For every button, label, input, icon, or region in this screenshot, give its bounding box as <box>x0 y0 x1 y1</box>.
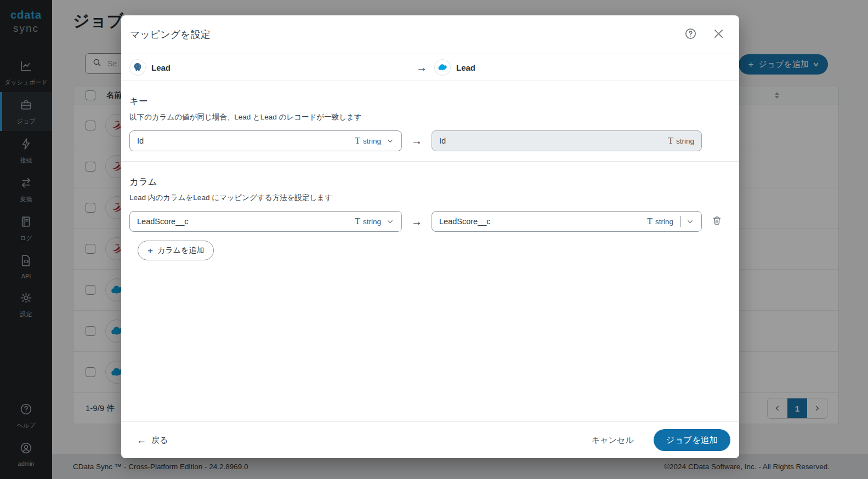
chevron-down-icon <box>686 218 694 226</box>
key-target-column-type: string <box>676 137 694 145</box>
key-source-column-type: string <box>363 137 381 145</box>
modal-title: マッピングを設定 <box>130 28 211 41</box>
column-target-type: string <box>655 218 673 226</box>
target-table-name: Lead <box>456 63 475 72</box>
column-mapping-row: LeadScore__c T string → LeadScore__c T s… <box>129 211 731 232</box>
source-table: Lead <box>129 59 409 76</box>
arrow-right-icon: → <box>416 61 427 73</box>
key-source-column-select[interactable]: Id T string <box>129 130 402 151</box>
postgresql-icon <box>129 59 146 76</box>
columns-section-description: Lead 内のカラムをLead にマッピングする方法を設定します <box>129 193 731 203</box>
column-target-value: LeadScore__c <box>439 217 647 226</box>
type-text-icon: T <box>647 216 653 226</box>
close-icon <box>712 27 725 42</box>
type-text-icon: T <box>355 136 360 146</box>
chevron-down-icon <box>386 218 394 226</box>
arrow-right-icon: → <box>411 135 422 147</box>
close-button[interactable] <box>712 27 725 42</box>
back-button[interactable]: ← 戻る <box>137 435 168 446</box>
key-section-heading: キー <box>129 95 731 107</box>
field-divider <box>680 216 681 227</box>
columns-section-heading: カラム <box>129 176 731 188</box>
section-divider <box>121 161 739 162</box>
target-table: Lead <box>434 59 475 76</box>
back-label: 戻る <box>151 435 168 446</box>
column-source-select[interactable]: LeadScore__c T string <box>129 211 402 232</box>
chevron-down-icon <box>386 137 394 145</box>
source-table-name: Lead <box>151 63 171 72</box>
help-circle-icon <box>684 27 697 42</box>
mapping-tables-row: Lead → Lead <box>121 54 739 81</box>
modal-footer: ← 戻る キャンセル ジョブを追加 <box>121 421 739 458</box>
arrow-left-icon: ← <box>137 435 146 446</box>
key-section: キー 以下のカラムの値が同じ場合、Lead とLead のレコードが一致します … <box>121 95 739 151</box>
key-mapping-row: Id T string → Id T string <box>129 130 731 151</box>
arrow-right-icon: → <box>411 215 422 227</box>
delete-column-button[interactable] <box>712 215 722 227</box>
key-target-column-field: Id T string <box>432 130 702 151</box>
columns-section: カラム Lead 内のカラムをLead にマッピングする方法を設定します Lea… <box>121 176 739 260</box>
add-column-button[interactable]: + カラムを追加 <box>138 241 214 260</box>
mapping-modal: マッピングを設定 Lead → Lead キー 以下のカラ <box>121 15 739 458</box>
plus-icon: + <box>147 246 153 255</box>
key-target-column-value: Id <box>439 136 668 145</box>
column-target-select[interactable]: LeadScore__c T string <box>432 211 702 232</box>
cancel-button[interactable]: キャンセル <box>592 435 634 446</box>
column-source-type: string <box>363 218 381 226</box>
key-section-description: 以下のカラムの値が同じ場合、Lead とLead のレコードが一致します <box>129 112 731 122</box>
type-text-icon: T <box>668 136 673 146</box>
type-text-icon: T <box>355 216 360 226</box>
salesforce-icon <box>434 59 451 76</box>
column-source-value: LeadScore__c <box>137 217 355 226</box>
modal-header: マッピングを設定 <box>121 15 739 54</box>
key-source-column-value: Id <box>137 136 355 145</box>
trash-icon <box>712 215 722 227</box>
help-button[interactable] <box>684 27 697 42</box>
add-job-submit-button[interactable]: ジョブを追加 <box>654 429 730 451</box>
add-column-label: カラムを追加 <box>157 246 204 255</box>
